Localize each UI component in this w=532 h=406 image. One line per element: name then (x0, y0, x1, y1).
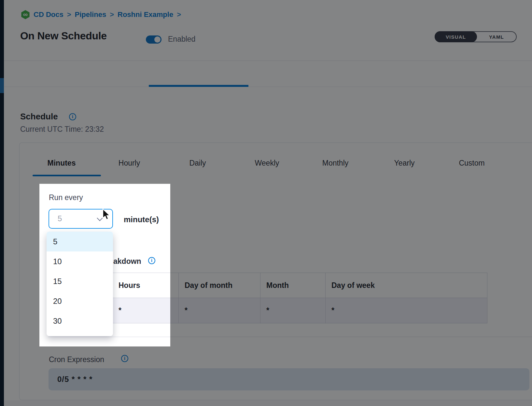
table-cell-hours: * (113, 298, 179, 323)
enabled-toggle[interactable] (146, 35, 161, 44)
nav-rail (0, 0, 4, 406)
breadcrumb-link-cd-docs[interactable]: CD Docs (34, 10, 63, 19)
run-every-label: Run every (49, 193, 83, 202)
tab-hourly[interactable]: Hourly (119, 159, 140, 168)
table-row: * * * * (49, 298, 487, 323)
breadcrumb-separator: > (67, 10, 71, 19)
table-header-hours: Hours (113, 273, 179, 298)
minutes-unit-label: minute(s) (124, 215, 159, 224)
breadcrumb-link-roshni-example[interactable]: Roshni Example (118, 10, 173, 19)
active-tab-underline (33, 175, 101, 176)
pipeline-icon (21, 10, 30, 19)
table-header-row: Hours Day of month Month Day of week (49, 273, 487, 298)
breadcrumb-separator: > (110, 10, 114, 19)
nav-rail-active-indicator (0, 78, 4, 93)
visual-toggle-button[interactable]: VISUAL (435, 31, 477, 42)
tab-weekly[interactable]: Weekly (255, 159, 279, 168)
page-bottom-strip (4, 400, 532, 406)
run-every-selected-value: 5 (58, 210, 62, 228)
cron-breakdown-table: Hours Day of month Month Day of week * *… (48, 273, 487, 323)
mouse-cursor-icon (102, 209, 112, 222)
breadcrumb-separator: > (177, 10, 181, 19)
breadcrumb: CD Docs > Pipelines > Roshni Example > (21, 10, 181, 20)
current-utc-time: Current UTC Time: 23:32 (20, 125, 104, 134)
table-cell-day-of-week: * (326, 298, 487, 323)
breakdown-heading-fragment: akdown (113, 257, 141, 266)
breadcrumb-link-pipelines[interactable]: Pipelines (75, 10, 106, 19)
tab-monthly[interactable]: Monthly (322, 159, 349, 168)
table-header-day-of-month: Day of month (179, 273, 260, 298)
table-cell-month: * (260, 298, 326, 323)
cron-expression-value: 0/5 * * * * (57, 368, 92, 390)
info-icon[interactable] (69, 113, 76, 120)
cron-expression-input[interactable]: 0/5 * * * * (49, 368, 529, 390)
tab-yearly[interactable]: Yearly (394, 159, 414, 168)
dropdown-option-30[interactable]: 30 (47, 311, 113, 331)
dropdown-option-15[interactable]: 15 (47, 271, 113, 291)
page-title: On New Schedule (20, 30, 107, 42)
table-cell-day-of-month: * (179, 298, 260, 323)
cron-expression-label: Cron Expression (49, 355, 104, 364)
table-header-day-of-week: Day of week (326, 273, 487, 298)
enabled-label: Enabled (168, 35, 195, 44)
section-divider (48, 337, 532, 337)
yaml-toggle-button[interactable]: YAML (477, 32, 516, 42)
tab-daily[interactable]: Daily (189, 159, 206, 168)
table-header-month: Month (260, 273, 326, 298)
info-icon[interactable] (148, 257, 155, 264)
tab-minutes[interactable]: Minutes (48, 159, 76, 168)
dropdown-option-20[interactable]: 20 (47, 291, 113, 311)
run-every-dropdown-menu: 5 10 15 20 30 (47, 232, 113, 336)
toggle-knob-icon (154, 36, 161, 43)
schedule-section-heading: Schedule (20, 112, 58, 122)
info-icon[interactable] (121, 355, 128, 362)
dropdown-option-5[interactable]: 5 (47, 232, 113, 251)
wizard-steps-bar (4, 61, 532, 87)
visual-yaml-toggle: VISUAL YAML (435, 31, 517, 42)
tab-custom[interactable]: Custom (459, 159, 484, 168)
dropdown-option-10[interactable]: 10 (47, 251, 113, 271)
active-step-underline (149, 85, 248, 87)
